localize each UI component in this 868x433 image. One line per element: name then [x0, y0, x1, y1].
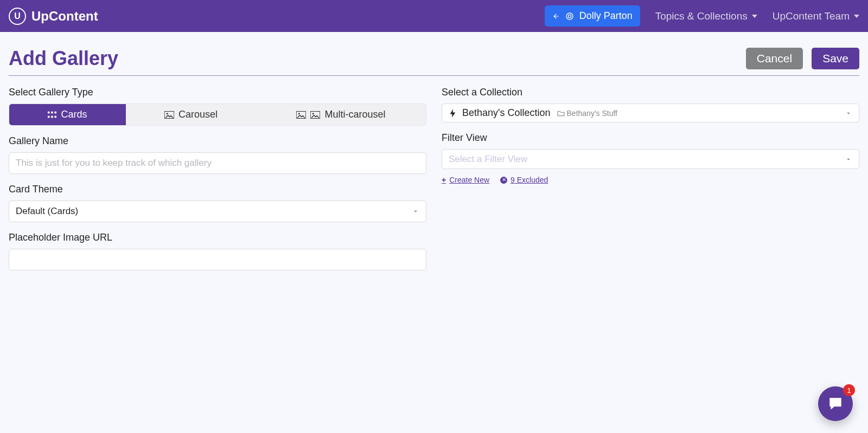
nav-topics-label: Topics & Collections — [655, 10, 748, 22]
gallery-name-input[interactable] — [9, 152, 426, 174]
svg-rect-4 — [55, 111, 57, 113]
chevron-down-icon — [752, 15, 757, 18]
create-new-filter-link[interactable]: + Create New — [442, 176, 489, 184]
nav-team-label: UpContent Team — [773, 10, 850, 22]
collection-select[interactable]: Bethany's Collection Bethany's Stuff — [442, 104, 859, 122]
save-button[interactable]: Save — [812, 48, 859, 69]
chevron-down-icon — [845, 156, 852, 163]
svg-rect-7 — [55, 115, 57, 118]
tab-multi-carousel[interactable]: Multi-carousel — [256, 104, 426, 125]
collection-name: Bethany's Collection — [462, 107, 551, 119]
form-area: Select Gallery Type Cards Carousel — [0, 76, 868, 270]
collection-selected: Bethany's Collection Bethany's Stuff — [449, 107, 852, 119]
brand-name: UpContent — [31, 9, 98, 24]
grid-icon — [48, 111, 56, 119]
collection-folder-name: Bethany's Stuff — [567, 109, 617, 118]
chat-badge: 1 — [843, 384, 855, 396]
svg-rect-6 — [52, 115, 54, 118]
svg-rect-2 — [48, 111, 50, 113]
excluded-link[interactable]: ✕ 9 Excluded — [500, 176, 548, 184]
user-name: Dolly Parton — [579, 10, 633, 22]
svg-point-11 — [298, 113, 300, 114]
excluded-badge-icon: ✕ — [500, 177, 507, 184]
logo-icon: U — [9, 8, 26, 25]
select-collection-label: Select a Collection — [442, 87, 859, 98]
page-actions: Cancel Save — [746, 48, 859, 69]
nav-topics-collections[interactable]: Topics & Collections — [655, 10, 757, 22]
svg-point-13 — [312, 113, 314, 114]
header-right: Dolly Parton Topics & Collections UpCont… — [545, 5, 859, 27]
filter-view-label: Filter View — [442, 132, 859, 144]
tab-multi-label: Multi-carousel — [324, 109, 385, 120]
placeholder-url-input[interactable] — [9, 249, 426, 270]
filter-view-placeholder: Select a Filter View — [449, 154, 527, 165]
right-column: Select a Collection Bethany's Collection… — [442, 87, 859, 270]
svg-point-9 — [167, 113, 168, 114]
gallery-type-label: Select Gallery Type — [9, 87, 426, 98]
filter-view-actions: + Create New ✕ 9 Excluded — [442, 176, 859, 184]
chat-widget-button[interactable]: 1 — [818, 386, 853, 421]
image-icon — [310, 111, 320, 119]
nav-team[interactable]: UpContent Team — [773, 10, 859, 22]
gallery-name-label: Gallery Name — [9, 135, 426, 147]
bolt-icon — [450, 109, 456, 118]
divider — [9, 75, 859, 76]
tab-carousel-label: Carousel — [178, 109, 218, 120]
tab-cards[interactable]: Cards — [9, 104, 126, 125]
plus-icon: + — [442, 176, 446, 184]
card-theme-value: Default (Cards) — [16, 206, 78, 217]
svg-rect-5 — [48, 115, 50, 118]
chevron-down-icon — [845, 109, 852, 117]
arrow-left-icon — [552, 12, 560, 20]
filter-view-select[interactable]: Select a Filter View — [442, 149, 859, 169]
account-switch-button[interactable]: Dolly Parton — [545, 5, 640, 27]
image-icon — [296, 111, 306, 119]
image-icon — [164, 111, 174, 119]
collection-folder-chip: Bethany's Stuff — [557, 109, 617, 118]
target-icon — [565, 12, 574, 21]
gallery-type-tabs: Cards Carousel Multi-carousel — [9, 104, 426, 126]
create-new-label: Create New — [449, 176, 489, 184]
page-title: Add Gallery — [9, 47, 118, 70]
svg-point-0 — [566, 13, 573, 20]
app-header: U UpContent Dolly Parton Topics & Collec… — [0, 0, 868, 32]
svg-point-1 — [568, 15, 571, 17]
left-column: Select Gallery Type Cards Carousel — [9, 87, 426, 270]
tab-carousel[interactable]: Carousel — [126, 104, 256, 125]
folder-icon — [557, 110, 565, 117]
chevron-down-icon — [854, 15, 859, 18]
excluded-label: 9 Excluded — [510, 176, 548, 184]
cancel-button[interactable]: Cancel — [746, 48, 803, 69]
card-theme-select[interactable]: Default (Cards) — [9, 201, 426, 222]
chat-icon — [827, 396, 844, 412]
placeholder-url-label: Placeholder Image URL — [9, 232, 426, 243]
page-top: Add Gallery Cancel Save — [0, 32, 868, 75]
svg-rect-3 — [52, 111, 54, 113]
card-theme-label: Card Theme — [9, 184, 426, 195]
tab-cards-label: Cards — [61, 109, 87, 120]
chevron-down-icon — [412, 208, 419, 215]
brand[interactable]: U UpContent — [9, 8, 98, 25]
